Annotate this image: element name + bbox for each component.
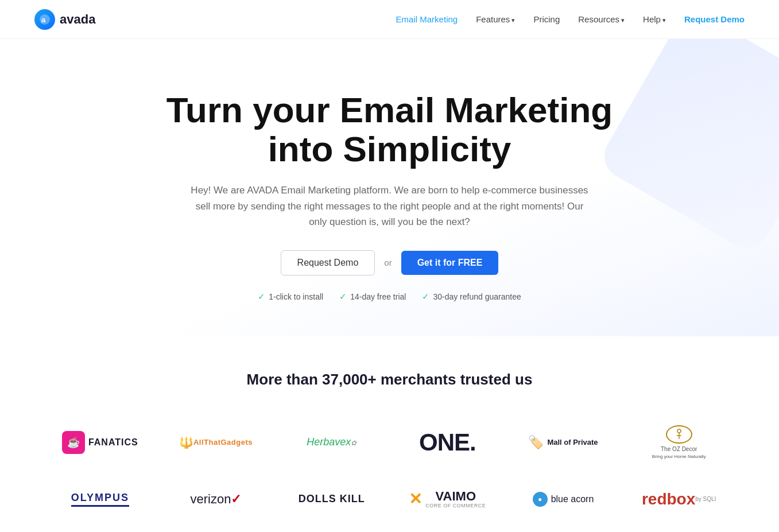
- badge-install: ✓ 1-click to install: [258, 292, 323, 302]
- redbox-sub-text: by SQLI: [695, 496, 716, 502]
- logo[interactable]: a avada: [34, 9, 95, 30]
- check-icon-1: ✓: [258, 292, 265, 302]
- badge-install-text: 1-click to install: [269, 292, 323, 301]
- logo-text: avada: [60, 12, 95, 27]
- nav-features[interactable]: Features: [476, 14, 515, 24]
- allthat-icon: 🔱: [179, 436, 193, 449]
- list-item: OLYMPUS: [45, 483, 156, 516]
- allthat-logo: 🔱 AllThatGadgets: [179, 436, 253, 449]
- badge-refund-text: 30-day refund guarantee: [433, 292, 521, 301]
- svg-point-2: [677, 429, 681, 433]
- hero-heading: Turn your Email Marketing into Simplicit…: [131, 91, 648, 169]
- dollskill-text: DOLLS KILL: [299, 493, 365, 505]
- fanatics-logo: ☕ FANATICS: [62, 431, 138, 454]
- navbar: a avada Email Marketing Features Pricing…: [0, 0, 779, 39]
- check-icon-2: ✓: [339, 292, 347, 302]
- herbavex-logo: Herbavex✿: [307, 436, 356, 448]
- badge-trial-text: 14-day free trial: [350, 292, 406, 301]
- list-item: ● blue acorn: [508, 483, 618, 516]
- ozdecor-text: The OZ DecorBring your Home Naturally: [652, 446, 706, 460]
- hero-buttons: Request Demo or Get it for FREE: [34, 250, 745, 275]
- blueacorn-logo: ● blue acorn: [533, 492, 594, 507]
- logo-icon: a: [34, 9, 55, 30]
- mallofprivate-icon: 🏷️: [528, 435, 544, 450]
- redbox-main-text: redbox: [642, 491, 695, 508]
- list-item: ✕ VAIMO CORE OF COMMERCE: [393, 480, 503, 518]
- blueacorn-icon: ●: [533, 492, 548, 507]
- blueacorn-text: blue acorn: [551, 494, 594, 504]
- herbavex-text: Herbavex✿: [307, 436, 356, 448]
- olympus-text: OLYMPUS: [71, 492, 129, 507]
- svg-text:a: a: [41, 15, 46, 24]
- nav-links: Email Marketing Features Pricing Resourc…: [396, 14, 745, 25]
- one-logo: ONE.: [419, 429, 476, 456]
- redbox-logo: redbox by SQLI: [642, 491, 716, 508]
- vaimo-logo: ✕ VAIMO CORE OF COMMERCE: [409, 490, 486, 509]
- trusted-section: More than 37,000+ merchants trusted us ☕…: [0, 336, 779, 532]
- list-item: redbox by SQLI: [624, 481, 734, 518]
- list-item: ONE.: [393, 420, 503, 465]
- fanatics-icon: ☕: [62, 431, 85, 454]
- get-free-button[interactable]: Get it for FREE: [401, 251, 499, 275]
- hero-content: Turn your Email Marketing into Simplicit…: [34, 91, 745, 302]
- verizon-text: verizon✓: [191, 492, 242, 507]
- list-item: 🏷️ Mall of Private: [508, 426, 618, 459]
- ozdecor-circle-icon: [666, 425, 692, 444]
- request-demo-button[interactable]: Request Demo: [281, 250, 375, 275]
- list-item: ☕ FANATICS: [45, 422, 156, 463]
- vaimo-text: VAIMO CORE OF COMMERCE: [425, 490, 486, 509]
- mallofprivate-text: Mall of Private: [547, 438, 598, 446]
- nav-pricing[interactable]: Pricing: [533, 14, 560, 24]
- logos-grid: ☕ FANATICS 🔱 AllThatGadgets Herbavex✿ ON…: [45, 416, 734, 518]
- hero-subtext: Hey! We are AVADA Email Marketing platfo…: [189, 182, 591, 230]
- hero-section: Turn your Email Marketing into Simplicit…: [0, 39, 779, 336]
- check-icon-3: ✓: [422, 292, 429, 302]
- one-text: ONE.: [419, 429, 476, 456]
- allthat-text: AllThatGadgets: [193, 438, 253, 447]
- verizon-logo: verizon✓: [191, 492, 242, 507]
- nav-request-demo[interactable]: Request Demo: [684, 14, 745, 24]
- hero-badges: ✓ 1-click to install ✓ 14-day free trial…: [34, 292, 745, 302]
- fanatics-text: FANATICS: [88, 437, 138, 448]
- list-item: 🔱 AllThatGadgets: [161, 426, 271, 459]
- list-item: The OZ DecorBring your Home Naturally: [624, 416, 734, 469]
- trusted-heading: More than 37,000+ merchants trusted us: [34, 371, 745, 389]
- nav-email-marketing[interactable]: Email Marketing: [396, 14, 458, 24]
- or-separator: or: [384, 258, 392, 267]
- mallofprivate-logo: 🏷️ Mall of Private: [528, 435, 598, 450]
- badge-trial: ✓ 14-day free trial: [339, 292, 406, 302]
- nav-help[interactable]: Help: [643, 14, 666, 24]
- nav-resources[interactable]: Resources: [578, 14, 625, 24]
- vaimo-x-icon: ✕: [409, 490, 422, 508]
- list-item: DOLLS KILL: [277, 484, 387, 514]
- list-item: verizon✓: [161, 483, 271, 516]
- ozdecor-logo: The OZ DecorBring your Home Naturally: [652, 425, 706, 460]
- olympus-logo: OLYMPUS: [71, 492, 129, 507]
- list-item: Herbavex✿: [277, 427, 387, 457]
- dollskill-logo: DOLLS KILL: [299, 493, 365, 505]
- badge-refund: ✓ 30-day refund guarantee: [422, 292, 521, 302]
